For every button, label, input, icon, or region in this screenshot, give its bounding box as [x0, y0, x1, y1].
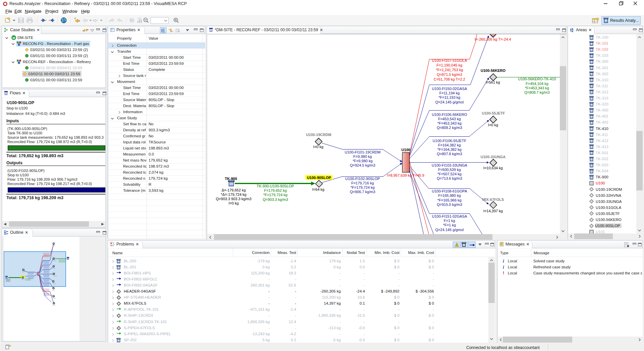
svg-text:TK-900: TK-900	[225, 177, 237, 181]
svg-text:*Δ=-179,724 kg: *Δ=-179,724 kg	[221, 192, 247, 196]
svg-text:I=64 kg: I=64 kg	[312, 187, 324, 191]
svg-text:U100-FI102-90SLOP: U100-FI102-90SLOP	[345, 177, 380, 181]
svg-text:U100: U100	[401, 148, 410, 152]
svg-text:I=561 kg: I=561 kg	[486, 80, 500, 84]
svg-text:U100-FI150-02GASA: U100-FI150-02GASA	[432, 87, 467, 91]
svg-text:U100-33UNGA: U100-33UNGA	[481, 155, 506, 159]
svg-text:*F=9,980 kg: *F=9,980 kg	[353, 159, 373, 163]
svg-text:U100-56KERO: U100-56KERO	[481, 69, 505, 73]
svg-text:M: M	[12, 36, 15, 40]
svg-text:Q=808.7 kg/m3: Q=808.7 kg/m3	[524, 90, 550, 94]
svg-text:I=0 kg: I=0 kg	[228, 201, 238, 205]
svg-text:Q=906.7 kg/m3: Q=906.7 kg/m3	[350, 190, 375, 194]
svg-text:U100-56KERO-TK-410: U100-56KERO-TK-410	[518, 77, 556, 81]
svg-text:F=179,716 kg: F=179,716 kg	[351, 181, 374, 185]
svg-text:U100-FI107-51GOLA: U100-FI107-51GOLA	[432, 58, 467, 62]
svg-text:Δ=-179,652 kg: Δ=-179,652 kg	[222, 188, 246, 192]
svg-text:I=-260,305 kg T=-24.4: I=-260,305 kg T=-24.4	[475, 37, 511, 41]
svg-text:*F=179,724 kg: *F=179,724 kg	[263, 193, 287, 197]
svg-text:U100-19CRDM: U100-19CRDM	[306, 133, 331, 137]
svg-text:I=10,634 kg: I=10,634 kg	[483, 166, 503, 170]
svg-text:*F=164,382 kg: *F=164,382 kg	[437, 147, 462, 151]
svg-text:U100-90SLOP: U100-90SLOP	[307, 176, 331, 180]
svg-text:*F=165,966 kg: *F=165,966 kg	[437, 198, 462, 202]
svg-text:Q=713.6 kg/m3: Q=713.6 kg/m3	[437, 176, 462, 180]
svg-text:Q=924.5 kg/m3: Q=924.5 kg/m3	[350, 163, 375, 167]
svg-text:C=51,708 kg T=2.2: C=51,708 kg T=2.2	[434, 77, 465, 81]
svg-text:U100-FI151-02GASA: U100-FI151-02GASA	[432, 214, 467, 218]
svg-text:F=1 kg: F=1 kg	[444, 219, 455, 223]
svg-text:*F=1,241,753 kg: *F=1,241,753 kg	[436, 68, 463, 72]
svg-text:MIX-67FOLS: MIX-67FOLS	[482, 198, 504, 202]
svg-text:Q=903.3 903.3 kg/m3: Q=903.3 903.3 kg/m3	[216, 197, 252, 201]
svg-text:F=164,382 kg: F=164,382 kg	[438, 143, 461, 147]
svg-text:*F=507,524 kg: *F=507,524 kg	[437, 172, 462, 176]
svg-text:Q=915.0 kg/m3: Q=915.0 kg/m3	[437, 203, 462, 207]
svg-text:TK-900-U100-90SLOP: TK-900-U100-90SLOP	[257, 184, 294, 188]
svg-text:U100-FI101-19CRDM: U100-FI101-19CRDM	[345, 150, 381, 154]
svg-text:U100-FI103-33UNGA: U100-FI103-33UNGA	[432, 163, 467, 167]
svg-text:I=8,957,639 kg T=45.9: I=8,957,639 kg T=45.9	[387, 173, 424, 177]
svg-text:U100-55JETF: U100-55JETF	[482, 111, 505, 115]
svg-text:*F=179,724 kg: *F=179,724 kg	[351, 185, 375, 189]
svg-text:*F=1 kg: *F=1 kg	[443, 223, 456, 227]
svg-text:*F=453,343 kg: *F=453,343 kg	[525, 86, 549, 90]
svg-text:Q=24.145 g/gmol: Q=24.145 g/gmol	[435, 100, 464, 104]
svg-text:*F=11,193 kg: *F=11,193 kg	[439, 95, 461, 99]
svg-text:F=1,190,045 kg: F=1,190,045 kg	[437, 63, 463, 67]
svg-text:F=453,543 kg: F=453,543 kg	[438, 117, 461, 121]
svg-text:Q=903.3 kg/m3: Q=903.3 kg/m3	[263, 198, 288, 202]
svg-text:Q=807.8 kg/m3: Q=807.8 kg/m3	[437, 152, 462, 156]
svg-text:F=11,194 kg: F=11,194 kg	[439, 91, 460, 95]
svg-text:I=0 kg: I=0 kg	[313, 145, 323, 149]
svg-text:Q=24.145 g/gmol: Q=24.145 g/gmol	[435, 228, 464, 232]
svg-text:I=14,397 kg: I=14,397 kg	[483, 209, 503, 213]
svg-text:F=500,539 kg: F=500,539 kg	[438, 168, 461, 172]
svg-text:U100-FI108-61GOPA: U100-FI108-61GOPA	[432, 189, 468, 193]
svg-text:Q=871.0 kg/m3: Q=871.0 kg/m3	[437, 73, 462, 77]
svg-text:F=9,980 kg: F=9,980 kg	[353, 155, 372, 159]
svg-text:F=454,104 kg: F=454,104 kg	[526, 82, 548, 86]
svg-text:U100-FI106-56KERO: U100-FI106-56KERO	[432, 113, 467, 117]
svg-text:F=179,652 kg: F=179,652 kg	[264, 188, 287, 192]
svg-text:*F=453,343 kg: *F=453,343 kg	[437, 121, 462, 125]
svg-text:I=0 kg: I=0 kg	[488, 123, 498, 127]
svg-text:Q=808.2 kg/m3: Q=808.2 kg/m3	[437, 126, 462, 130]
svg-text:F=165,980 kg: F=165,980 kg	[438, 193, 461, 198]
svg-text:U100-FI106-55JETF: U100-FI106-55JETF	[433, 139, 467, 143]
